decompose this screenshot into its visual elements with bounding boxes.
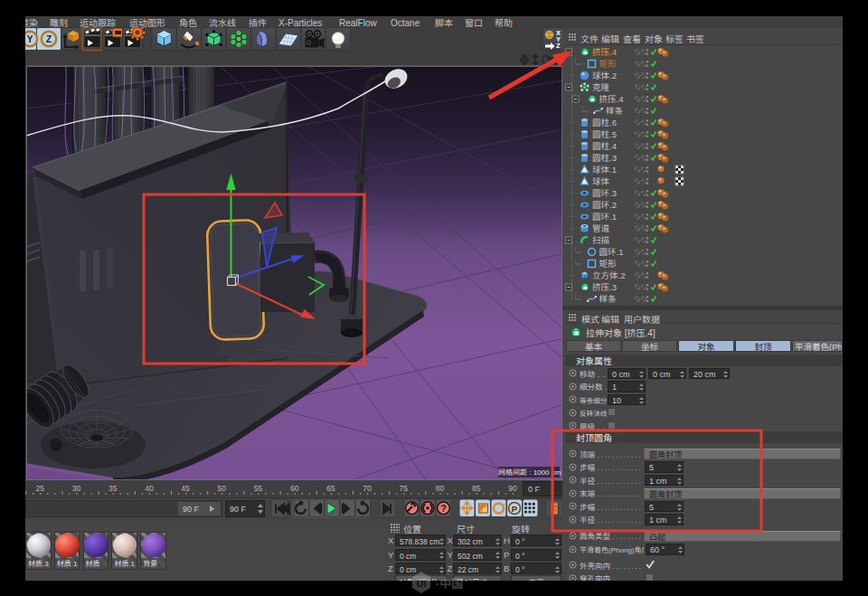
svg-text:·中国: ·中国	[436, 574, 463, 591]
svg-text:Ui: Ui	[417, 575, 427, 590]
